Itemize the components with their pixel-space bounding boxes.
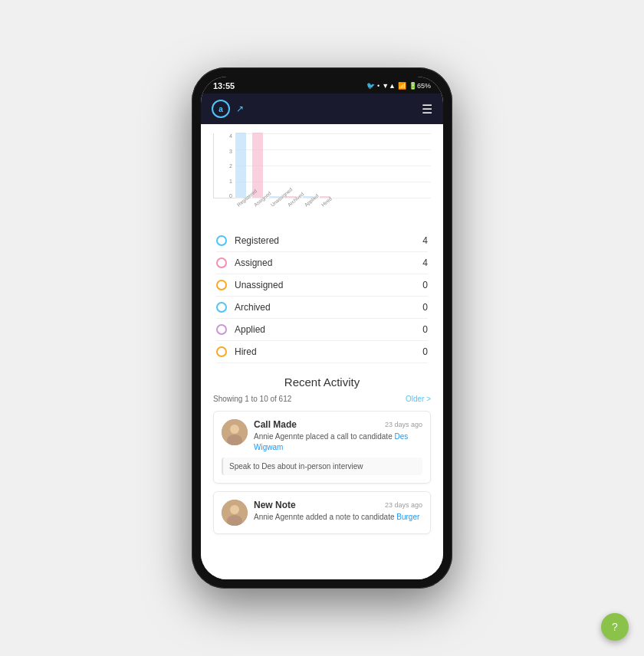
activity-time-1: 23 days ago	[385, 421, 422, 428]
y-axis: 0 1 2 3 4	[214, 133, 232, 198]
stat-label-archived: Archived	[235, 302, 422, 313]
stat-row-archived: Archived 0	[216, 297, 428, 319]
y-label-4: 4	[214, 133, 232, 139]
stat-value-applied: 0	[422, 324, 428, 335]
wifi-icon: ▼▲	[382, 82, 396, 90]
hamburger-menu-icon[interactable]: ☰	[422, 102, 432, 116]
gridline-3	[235, 149, 431, 150]
activity-meta: Showing 1 to 10 of 612 Older >	[213, 395, 431, 403]
stat-row-hired: Hired 0	[216, 341, 428, 363]
activity-time-2: 23 days ago	[385, 501, 422, 509]
avatar-1	[222, 419, 248, 445]
activity-type-2: New Note	[254, 500, 296, 510]
stat-label-unassigned: Unassigned	[235, 280, 422, 290]
chart-gridlines	[235, 133, 431, 198]
phone-screen: 13:55 🐦 • ▼▲ 📶 🔋65% a ↗ ☰	[201, 77, 443, 579]
notification-dot: •	[377, 82, 380, 90]
older-link[interactable]: Older >	[406, 395, 431, 403]
status-time: 13:55	[213, 81, 235, 90]
stat-dot-registered	[216, 235, 227, 246]
stat-label-applied: Applied	[235, 324, 422, 335]
activity-item-2: New Note 23 days ago Annie Agennte added…	[213, 491, 431, 534]
stat-row-applied: Applied 0	[216, 319, 428, 341]
app-header: a ↗ ☰	[201, 93, 443, 124]
app-logo[interactable]: a	[212, 100, 230, 118]
y-label-1: 1	[214, 179, 232, 184]
header-left: a ↗	[212, 100, 244, 118]
candidate-link-1[interactable]: Des Wigwam	[254, 432, 408, 451]
stat-row-registered: Registered 4	[216, 230, 428, 252]
recent-activity-title: Recent Activity	[213, 376, 431, 389]
gridline-1	[235, 182, 431, 182]
stat-dot-applied	[216, 324, 227, 335]
activity-info-2: New Note 23 days ago Annie Agennte added…	[254, 500, 422, 523]
avatar-2	[222, 500, 248, 526]
stat-value-registered: 4	[422, 235, 428, 246]
stat-value-unassigned: 0	[422, 280, 428, 290]
stat-label-registered: Registered	[235, 235, 422, 246]
activity-header-1: Call Made 23 days ago Annie Agennte plac…	[222, 419, 422, 453]
activity-info-1: Call Made 23 days ago Annie Agennte plac…	[254, 419, 422, 453]
battery-icon: 🔋65%	[409, 82, 431, 90]
stat-label-hired: Hired	[235, 346, 422, 357]
stat-value-hired: 0	[422, 346, 428, 357]
bar-registered	[235, 133, 246, 198]
activity-header-2: New Note 23 days ago Annie Agennte added…	[222, 500, 422, 526]
x-labels: Registered Assigned Unassigned Archived …	[213, 200, 431, 205]
phone-frame: 13:55 🐦 • ▼▲ 📶 🔋65% a ↗ ☰	[192, 67, 452, 589]
twitter-icon: 🐦	[366, 82, 375, 90]
svg-point-4	[230, 505, 239, 514]
stat-dot-assigned	[216, 257, 227, 268]
avatar-img-1	[222, 419, 248, 445]
stat-dot-unassigned	[216, 280, 227, 290]
stat-dot-archived	[216, 302, 227, 313]
chart-section: 0 1 2 3 4	[201, 124, 443, 227]
y-label-2: 2	[214, 163, 232, 169]
stat-row-assigned: Assigned 4	[216, 252, 428, 274]
activity-type-1: Call Made	[254, 419, 297, 430]
candidate-link-2[interactable]: Burger	[396, 513, 419, 521]
app-content[interactable]: 0 1 2 3 4	[201, 124, 443, 579]
activity-note-1: Speak to Des about in-person interview	[222, 458, 422, 475]
activity-item-1: Call Made 23 days ago Annie Agennte plac…	[213, 411, 431, 484]
activity-desc-2: Annie Agennte added a note to candidate …	[254, 512, 422, 523]
svg-point-1	[230, 425, 239, 434]
showing-text: Showing 1 to 10 of 612	[213, 395, 291, 403]
stat-label-assigned: Assigned	[235, 257, 422, 268]
y-label-3: 3	[214, 149, 232, 154]
stat-dot-hired	[216, 346, 227, 357]
chart-container: 0 1 2 3 4	[213, 133, 431, 218]
gridline-4	[235, 133, 431, 134]
chart-area: 0 1 2 3 4	[213, 133, 431, 198]
gridline-2	[235, 166, 431, 166]
external-link-icon[interactable]: ↗	[236, 103, 244, 114]
signal-icon: 📶	[398, 82, 406, 90]
stat-row-unassigned: Unassigned 0	[216, 274, 428, 297]
stat-value-archived: 0	[422, 302, 428, 313]
stat-value-assigned: 4	[422, 257, 428, 268]
status-bar: 13:55 🐦 • ▼▲ 📶 🔋65%	[201, 77, 443, 93]
y-label-0: 0	[214, 193, 232, 198]
logo-icon: a	[219, 105, 223, 113]
avatar-img-2	[222, 500, 248, 526]
activity-desc-1: Annie Agennte placed a call to candidate…	[254, 431, 422, 453]
recent-activity-section: Recent Activity Showing 1 to 10 of 612 O…	[201, 366, 443, 551]
bar-registered-fill	[235, 133, 246, 198]
stats-list: Registered 4 Assigned 4 Unassigned 0	[201, 227, 443, 366]
status-icons: 🐦 • ▼▲ 📶 🔋65%	[366, 82, 431, 90]
